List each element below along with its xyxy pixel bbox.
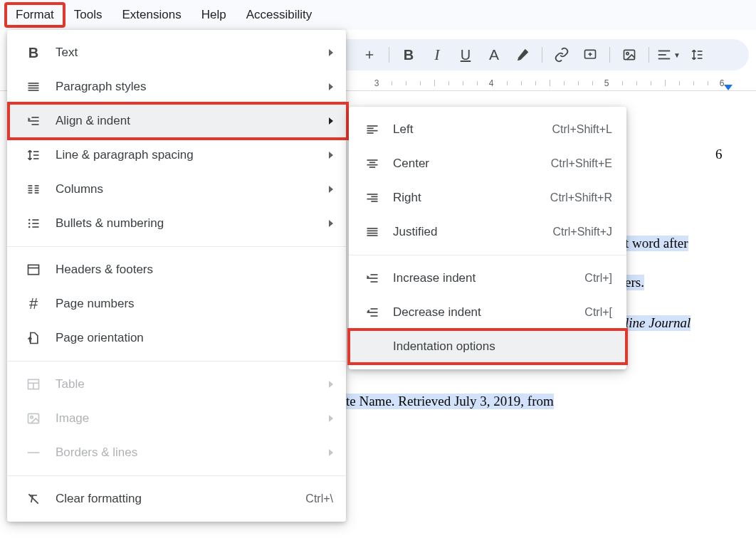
chevron-right-icon — [329, 152, 333, 159]
submenu-item-label: Justified — [393, 225, 552, 239]
submenu-item-label: Decrease indent — [393, 305, 584, 320]
menu-item-bullets-numbering[interactable]: Bullets & numbering — [7, 206, 346, 241]
submenu-item-indentation-options[interactable]: Indentation options — [349, 330, 626, 364]
image-icon — [24, 411, 43, 426]
menu-item-headers-footers[interactable]: Headers & footers — [7, 253, 346, 287]
submenu-item-shortcut: Ctrl+] — [584, 272, 612, 285]
toolbar-separator — [609, 47, 610, 63]
chevron-right-icon — [329, 381, 333, 388]
format-menu: B Text Paragraph styles Align & indent L… — [7, 30, 346, 522]
menu-item-label: Headers & footers — [56, 263, 333, 277]
svg-rect-37 — [28, 265, 39, 274]
menu-item-borders-lines: Borders & lines — [7, 436, 346, 470]
page-orientation-icon — [24, 331, 43, 345]
toolbar-separator — [389, 47, 389, 63]
submenu-item-align-right[interactable]: Right Ctrl+Shift+R — [349, 181, 626, 215]
align-right-icon — [363, 191, 382, 205]
menu-item-page-numbers[interactable]: # Page numbers — [7, 287, 346, 321]
menu-separator — [7, 246, 346, 247]
submenu-item-increase-indent[interactable]: Increase indent Ctrl+] — [349, 261, 626, 295]
menu-item-label: Page numbers — [56, 297, 333, 311]
menu-item-paragraph-styles[interactable]: Paragraph styles — [7, 70, 346, 104]
align-indent-submenu: Left Ctrl+Shift+L Center Ctrl+Shift+E Ri… — [349, 107, 626, 369]
svg-point-32 — [28, 223, 31, 225]
chevron-right-icon — [329, 83, 333, 90]
add-comment-button[interactable] — [577, 43, 604, 66]
menu-item-page-orientation[interactable]: Page orientation — [7, 321, 346, 355]
submenu-item-align-justified[interactable]: Justified Ctrl+Shift+J — [349, 215, 626, 249]
submenu-item-align-center[interactable]: Center Ctrl+Shift+E — [349, 147, 626, 181]
menu-item-label: Borders & lines — [56, 446, 329, 460]
submenu-item-shortcut: Ctrl+Shift+J — [552, 226, 612, 238]
menu-item-line-spacing[interactable]: Line & paragraph spacing — [7, 138, 346, 172]
menubar: Format Tools Extensions Help Accessibili… — [0, 0, 756, 30]
submenu-item-decrease-indent[interactable]: Decrease indent Ctrl+[ — [349, 295, 626, 330]
chevron-right-icon — [329, 415, 333, 422]
svg-rect-5 — [624, 50, 635, 59]
italic-button[interactable]: I — [424, 43, 451, 66]
svg-rect-42 — [28, 413, 39, 423]
columns-icon — [24, 182, 43, 196]
menu-item-columns[interactable]: Columns — [7, 172, 346, 206]
bold-icon: B — [24, 45, 43, 61]
svg-point-43 — [31, 416, 33, 418]
menu-item-clear-formatting[interactable]: Clear formatting Ctrl+\ — [7, 482, 346, 516]
chevron-right-icon — [329, 186, 333, 193]
decrease-indent-icon — [363, 305, 382, 320]
chevron-right-icon — [329, 49, 333, 56]
align-center-icon — [363, 157, 382, 171]
menu-item-align-indent[interactable]: Align & indent — [7, 104, 346, 138]
submenu-item-label: Left — [393, 122, 552, 137]
menu-item-label: Clear formatting — [56, 492, 305, 506]
document-text-fragment: ers. — [625, 275, 644, 290]
menu-item-label: Table — [56, 377, 329, 391]
menu-help[interactable]: Help — [191, 4, 236, 26]
submenu-item-align-left[interactable]: Left Ctrl+Shift+L — [349, 112, 626, 147]
menu-item-text[interactable]: B Text — [7, 36, 346, 70]
align-indent-icon — [24, 114, 43, 128]
document-text-fragment: line Journal — [625, 315, 691, 331]
font-size-increase-button[interactable] — [356, 43, 383, 66]
document-text-fragment: te Name. Retrieved July 3, 2019, from — [346, 394, 554, 409]
align-dropdown-button[interactable]: ▼ — [655, 43, 682, 66]
ruler-indent-marker[interactable] — [724, 85, 733, 90]
menu-item-label: Align & indent — [56, 114, 329, 128]
insert-link-button[interactable] — [548, 43, 575, 66]
menu-separator — [349, 255, 626, 255]
menu-accessibility[interactable]: Accessibility — [236, 4, 322, 26]
menu-item-label: Text — [56, 46, 329, 60]
underline-button[interactable]: U — [452, 43, 479, 66]
menu-item-label: Bullets & numbering — [56, 216, 329, 231]
borders-lines-icon — [24, 448, 43, 458]
document-text-fragment: t word after — [625, 236, 688, 251]
menu-item-label: Image — [56, 411, 329, 426]
highlight-color-button[interactable] — [509, 43, 536, 66]
submenu-item-label: Right — [393, 191, 550, 205]
menu-tools[interactable]: Tools — [64, 4, 112, 26]
svg-point-31 — [28, 219, 31, 221]
bold-button[interactable]: B — [395, 43, 422, 66]
menu-item-label: Line & paragraph spacing — [56, 148, 329, 162]
line-spacing-icon — [24, 148, 43, 162]
submenu-item-shortcut: Ctrl+Shift+L — [552, 123, 612, 136]
menu-item-label: Columns — [56, 182, 329, 196]
insert-image-button[interactable] — [616, 43, 643, 66]
ruler-number: 5 — [604, 78, 609, 88]
menu-item-image: Image — [7, 401, 346, 436]
submenu-item-shortcut: Ctrl+Shift+E — [551, 157, 612, 170]
chevron-right-icon — [329, 449, 333, 456]
align-left-icon — [363, 122, 382, 137]
line-spacing-button[interactable] — [683, 43, 710, 66]
menu-extensions[interactable]: Extensions — [112, 4, 191, 26]
clear-formatting-icon — [24, 492, 43, 506]
text-color-button[interactable]: A — [481, 43, 508, 66]
menu-format[interactable]: Format — [6, 4, 64, 26]
menu-item-label: Page orientation — [56, 331, 333, 345]
submenu-item-label: Increase indent — [393, 271, 584, 285]
menu-separator — [7, 475, 346, 476]
submenu-item-label: Center — [393, 157, 551, 171]
svg-point-33 — [28, 226, 31, 228]
menu-item-shortcut: Ctrl+\ — [305, 492, 333, 505]
paragraph-styles-icon — [24, 80, 43, 94]
table-icon — [24, 377, 43, 391]
